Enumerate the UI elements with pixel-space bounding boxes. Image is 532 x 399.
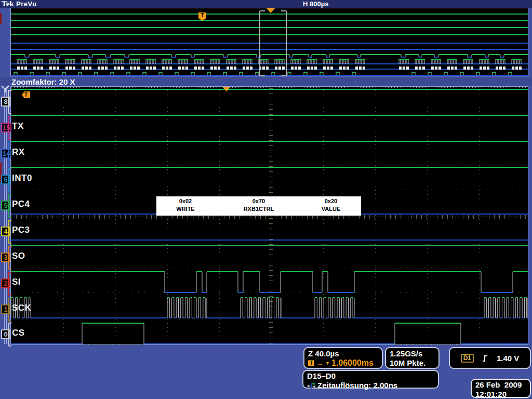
trigger-delay-value: 1.06000ms	[331, 358, 374, 368]
channel-label-tx: TX	[12, 121, 24, 131]
trigger-level-value: 1.40 V	[497, 354, 519, 363]
marker-triangle-icon: ▼	[325, 358, 330, 368]
time-resolution-icon	[307, 382, 316, 389]
time-value: 12:01:20	[475, 390, 507, 399]
channel-bracket-4	[8, 220, 11, 244]
channel-bracket-3	[8, 246, 11, 270]
time-resolution-value: Zeitauflösung: 2.00ns	[317, 381, 397, 390]
record-length-value: 10M Pkte.	[390, 358, 425, 368]
trigger-point-icon	[222, 87, 231, 91]
zoom-scale-value: Z 40.0µs	[308, 349, 339, 358]
channel-label-int0: INT0	[12, 173, 32, 183]
oscilloscope-screen: Tek PreVu H 800µs T Zoomfaktor: 20 X 8TX…	[0, 0, 532, 399]
zoomed-waveform-panel	[10, 86, 528, 345]
spi-bus-decode-box: 0x02WRITE0x70RXB1CTRL0x20VALUE	[156, 196, 361, 216]
channel-label-cs: CS	[12, 328, 25, 338]
zoom-window-marker-icon[interactable]	[267, 8, 275, 13]
datetime-readout: 26 Feb 2009 12:01:20	[471, 379, 531, 398]
trigger-source-badge: D1	[461, 354, 474, 363]
decode-field-rxb1ctrl: 0x70RXB1CTRL	[230, 197, 287, 213]
channel-label-pc4: PC4	[12, 199, 30, 209]
channel-bracket-15	[8, 116, 11, 140]
channel-bracket-14	[8, 142, 11, 166]
channel-bracket-1	[8, 298, 11, 322]
trigger-readout: D1 1.40 V	[449, 347, 531, 369]
decode-field-write: 0x02WRITE	[157, 197, 214, 213]
digital-range-value: D15–D0	[307, 371, 336, 381]
arrow-icon: →	[316, 358, 324, 368]
digital-channels-readout: D15–D0 Zeitauflösung: 2.00ns	[302, 370, 439, 389]
rising-edge-icon	[482, 354, 489, 362]
channel-bracket-8	[8, 90, 11, 114]
acquisition-readout: 1.25GS/s 10M Pkte.	[385, 347, 440, 369]
channel-label-si: SI	[12, 277, 21, 287]
channel-bracket-5	[8, 194, 11, 218]
channel-bracket-0	[8, 323, 11, 347]
channel-label-sck: SCK	[12, 303, 31, 313]
trigger-icon: T	[308, 360, 314, 366]
decode-field-value: 0x20VALUE	[302, 197, 360, 213]
channel-label-so: SO	[12, 251, 25, 261]
date-value: 26 Feb 2009	[475, 380, 522, 390]
channel-label-rx: RX	[12, 147, 25, 157]
channel-bracket-2	[8, 272, 11, 296]
channel-bracket-6	[8, 168, 11, 192]
zoom-scale-readout: Z 40.0µs T→▼1.06000ms	[303, 347, 383, 369]
channel-label-pc3: PC3	[12, 225, 30, 235]
record-marker	[0, 13, 2, 24]
sample-rate-value: 1.25GS/s	[390, 349, 422, 358]
